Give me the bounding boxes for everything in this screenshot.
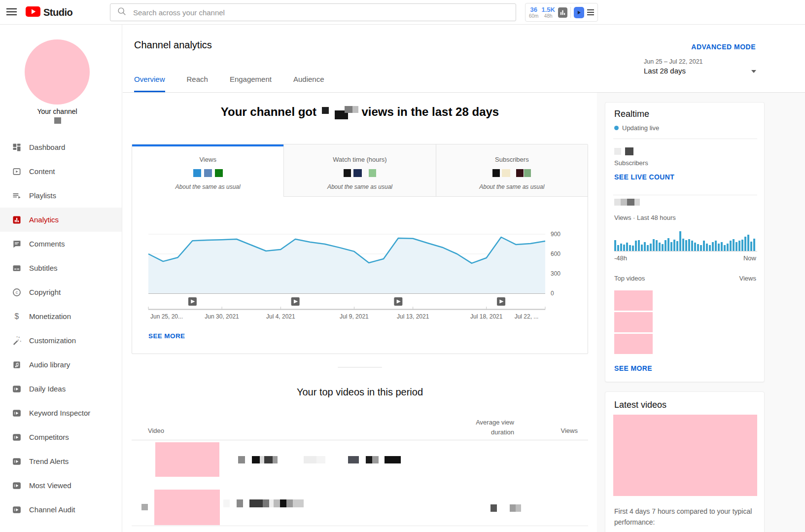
- sidebar-item-label: Customization: [29, 336, 76, 345]
- see-live-count-link[interactable]: SEE LIVE COUNT: [614, 173, 674, 181]
- svg-text:300: 300: [551, 270, 560, 277]
- sidebar-item-dashboard[interactable]: Dashboard: [0, 135, 122, 159]
- tab-overview[interactable]: Overview: [134, 75, 165, 92]
- redacted-metric-value: [502, 169, 510, 177]
- see-more-link[interactable]: SEE MORE: [614, 364, 652, 372]
- metric-tab-subscribers[interactable]: SubscribersAbout the same as usual: [436, 144, 588, 197]
- sidebar-item-subtitles[interactable]: Subtitles: [0, 256, 122, 280]
- redacted-video-thumbnail[interactable]: [154, 490, 220, 525]
- bar-chart-icon[interactable]: [558, 7, 567, 18]
- redacted-metric-value: [344, 169, 351, 177]
- sidebar-menu: DashboardContentPlaylistsAnalyticsCommen…: [0, 135, 122, 522]
- redacted-latest-video-thumbnail[interactable]: [613, 415, 757, 496]
- vidiq-icon: [11, 456, 22, 467]
- views-line-chart: 9006003000Jun 25, 20...Jun 30, 2021Jul 4…: [132, 198, 588, 326]
- sidebar-item-label: Dashboard: [29, 143, 65, 151]
- redacted-video-title: [348, 456, 359, 463]
- latest-videos-card: Latest videos First 4 days 7 hours compa…: [605, 391, 765, 532]
- sidebar-item-customization[interactable]: ×××Customization: [0, 328, 122, 353]
- sidebar-item-audio-library[interactable]: Audio library: [0, 353, 122, 377]
- views-last-48h-label: Views · Last 48 hours: [614, 214, 676, 221]
- date-range-picker[interactable]: Jun 25 – Jul 22, 2021 Last 28 days: [644, 58, 767, 75]
- redacted-video-title: [274, 499, 280, 507]
- vidiq-views-48h-stat[interactable]: 1.5K 48h: [541, 6, 555, 19]
- vidiq-views-per-hour-stat[interactable]: 36 60m: [529, 6, 538, 19]
- key-metrics-card: ViewsAbout the same as usualWatch time (…: [132, 144, 588, 354]
- vidiq-menu-icon[interactable]: [587, 8, 594, 17]
- redacted-metric-value: [204, 169, 212, 177]
- sidebar-item-label: Copyright: [29, 288, 61, 296]
- sidebar-item-keyword-inspector[interactable]: Keyword Inspector: [0, 401, 122, 425]
- metric-tab-note: About the same as usual: [132, 183, 283, 190]
- updating-live-status: Updating live: [614, 124, 659, 132]
- sidebar-item-daily-ideas[interactable]: Daily Ideas: [0, 377, 122, 401]
- video-upload-marker-icon[interactable]: [497, 297, 505, 306]
- svg-text:600: 600: [551, 250, 560, 257]
- date-preset-text: Last 28 days: [644, 67, 767, 75]
- hamburger-menu-icon[interactable]: [6, 8, 17, 16]
- redacted-views-count: [634, 199, 640, 206]
- redacted-views-count: [621, 199, 627, 206]
- sidebar-item-channel-audit[interactable]: Channel Audit: [0, 497, 122, 522]
- sidebar-item-comments[interactable]: Comments: [0, 232, 122, 256]
- redacted-video-thumbnail[interactable]: [614, 312, 653, 332]
- svg-text:×: ×: [18, 336, 20, 339]
- stat-unit: 60m: [529, 14, 538, 19]
- sidebar-item-monetization[interactable]: $Monetization: [0, 304, 122, 328]
- redacted-video-title: [237, 499, 243, 507]
- sidebar-item-most-viewed[interactable]: Most Viewed: [0, 473, 122, 497]
- sidebar-item-content[interactable]: Content: [0, 159, 122, 183]
- sidebar-item-competitors[interactable]: Competitors: [0, 425, 122, 449]
- video-upload-marker-icon[interactable]: [188, 297, 197, 306]
- table-header-divider: [132, 440, 588, 440]
- metric-tab-label: Watch time (hours): [284, 156, 435, 163]
- redacted-video-thumbnail[interactable]: [155, 442, 219, 477]
- channel-avatar[interactable]: [25, 39, 90, 105]
- svg-text:Jul 9, 2021: Jul 9, 2021: [340, 313, 369, 320]
- svg-text:c: c: [16, 290, 18, 295]
- search-icon: [116, 6, 127, 19]
- performance-note: First 4 days 7 hours compared to your ty…: [614, 506, 757, 528]
- views-column-label: Views: [739, 275, 756, 282]
- svg-text:Jul 4, 2021: Jul 4, 2021: [266, 313, 295, 320]
- sidebar-item-label: Monetization: [29, 312, 71, 320]
- youtube-studio-logo[interactable]: Studio: [26, 6, 72, 19]
- sidebar-item-trend-alerts[interactable]: Trend Alerts: [0, 449, 122, 473]
- divider: [570, 7, 571, 18]
- metric-tab-watch-time-hours-[interactable]: Watch time (hours)About the same as usua…: [283, 144, 435, 197]
- vidiq-logo-icon[interactable]: [574, 7, 584, 18]
- metric-tab-views[interactable]: ViewsAbout the same as usual: [132, 144, 283, 197]
- video-upload-marker-icon[interactable]: [291, 297, 300, 306]
- svg-text:×: ×: [16, 336, 18, 338]
- redacted-video-title: [223, 499, 230, 507]
- tab-reach[interactable]: Reach: [187, 75, 208, 92]
- top-videos-heading: Your top videos in this period: [132, 387, 588, 398]
- redacted-expand-icon: [141, 504, 148, 510]
- svg-text:Jun 30, 2021: Jun 30, 2021: [205, 313, 239, 320]
- redacted-video-title: [286, 499, 293, 507]
- vidiq-icon: [11, 480, 22, 491]
- top-videos-column-label: Top videos: [614, 275, 645, 282]
- advanced-mode-button[interactable]: ADVANCED MODE: [691, 43, 756, 51]
- search-input[interactable]: [132, 8, 510, 17]
- redacted-subscriber-count: [614, 148, 621, 155]
- analytics-icon: [11, 214, 22, 225]
- see-more-link[interactable]: SEE MORE: [148, 332, 185, 340]
- redacted-video-thumbnail[interactable]: [614, 290, 653, 311]
- sidebar-item-copyright[interactable]: cCopyright: [0, 280, 122, 304]
- sidebar-item-analytics[interactable]: Analytics: [0, 208, 122, 232]
- tab-audience[interactable]: Audience: [293, 75, 324, 92]
- youtube-play-icon: [26, 6, 40, 19]
- redacted-video-thumbnail[interactable]: [614, 334, 653, 354]
- studio-logo-text: Studio: [43, 7, 72, 18]
- redacted-duration-value: [516, 504, 521, 512]
- svg-text:Jul 18, 2021: Jul 18, 2021: [470, 313, 503, 320]
- sidebar-item-playlists[interactable]: Playlists: [0, 183, 122, 208]
- sidebar-item-label: Channel Audit: [29, 505, 75, 514]
- tab-engagement[interactable]: Engagement: [230, 75, 272, 92]
- sidebar-item-label: Most Viewed: [29, 481, 71, 490]
- video-upload-marker-icon[interactable]: [394, 297, 402, 306]
- analytics-header: Channel analytics ADVANCED MODE Overview…: [123, 25, 805, 93]
- redacted-view-count: [320, 105, 358, 119]
- sidebar-item-label: Daily Ideas: [29, 385, 66, 393]
